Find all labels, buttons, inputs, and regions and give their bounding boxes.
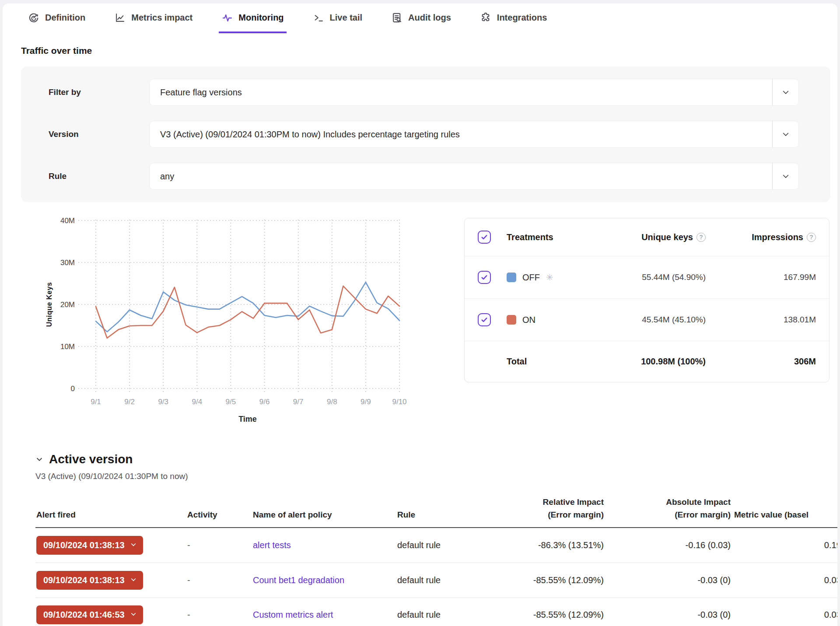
- svg-text:40M: 40M: [60, 217, 75, 225]
- column-header-4: Relative Impact (Error margin): [495, 496, 606, 527]
- alerts-table: Alert firedActivityName of alert policyR…: [35, 496, 837, 626]
- tab-audit-logs[interactable]: Audit logs: [388, 3, 454, 33]
- column-header-2: Name of alert policy: [252, 509, 396, 528]
- tab-label: Monitoring: [238, 13, 284, 23]
- alert-rule: default rule: [396, 610, 495, 620]
- active-version-subtitle: V3 (Active) (09/10/2024 01:30PM to now): [35, 472, 837, 481]
- alert-absolute-impact: -0.16 (0.03): [606, 540, 733, 550]
- alert-fired-timestamp: 09/10/2024 01:38:13: [43, 575, 125, 585]
- rule-select[interactable]: any: [149, 163, 799, 190]
- impressions-help-icon[interactable]: ?: [807, 233, 816, 242]
- treatments-total-row: Total 100.98M (100%) 306M: [465, 341, 829, 382]
- audit-logs-icon: [391, 12, 403, 24]
- alert-fired-timestamp: 09/10/2024 01:46:53: [43, 610, 125, 620]
- alert-activity: -: [186, 540, 252, 550]
- total-unique-keys: 100.98M (100%): [574, 357, 706, 367]
- alert-fired-button[interactable]: 09/10/2024 01:46:53: [36, 605, 143, 624]
- treatments-header: Treatments Unique keys ? Impressions ?: [465, 218, 829, 256]
- tab-definition[interactable]: Definition: [25, 3, 88, 33]
- column-header-3: Rule: [396, 509, 495, 528]
- chevron-down-icon: [772, 79, 798, 105]
- alert-fired-button[interactable]: 09/10/2024 01:38:13: [36, 536, 143, 555]
- svg-text:9/5: 9/5: [226, 398, 236, 406]
- unique-keys-column-label: Unique keys: [641, 232, 693, 242]
- alert-policy-link[interactable]: Custom metrics alert: [253, 610, 333, 619]
- monitoring-icon: [221, 12, 233, 24]
- filter-row-version: VersionV3 (Active) (09/01/2024 01:30PM t…: [49, 121, 799, 148]
- alert-metric-value: 0.03 (: [733, 610, 837, 620]
- main-card: DefinitionMetrics impactMonitoringLive t…: [3, 3, 837, 626]
- alert-absolute-impact: -0.03 (0): [606, 575, 733, 585]
- treatment-row-on: ON45.54M (45.10%)138.01M: [465, 298, 829, 341]
- svg-text:9/10: 9/10: [392, 398, 406, 406]
- alert-metric-value: 0.03 (: [733, 575, 837, 585]
- definition-icon: [28, 12, 40, 24]
- alert-relative-impact: -85.55% (12.09%): [495, 610, 606, 620]
- collapse-chevron-icon[interactable]: [35, 455, 43, 463]
- svg-text:Time: Time: [238, 415, 257, 423]
- column-header-0: Alert fired: [35, 509, 186, 528]
- svg-text:9/8: 9/8: [327, 398, 337, 406]
- treatment-name: ON: [522, 315, 536, 325]
- alert-activity: -: [186, 610, 252, 620]
- alert-activity: -: [186, 575, 252, 585]
- svg-text:10M: 10M: [60, 343, 75, 351]
- alert-row: 09/10/2024 01:38:13-Count bet1 degradati…: [35, 563, 837, 598]
- active-version-section: Active version V3 (Active) (09/10/2024 0…: [35, 452, 837, 481]
- traffic-chart: 010M20M30M40M9/19/29/39/49/59/69/79/89/9…: [44, 214, 464, 430]
- alert-row: 09/10/2024 01:46:53-Custom metrics alert…: [35, 598, 837, 626]
- series-color-swatch: [507, 273, 516, 282]
- svg-text:Unique Keys: Unique Keys: [46, 282, 53, 327]
- integrations-icon: [480, 12, 492, 24]
- filter-row-filter-by: Filter byFeature flag versions: [49, 79, 799, 106]
- treatment-name: OFF: [522, 273, 540, 283]
- svg-text:9/2: 9/2: [124, 398, 135, 406]
- tab-label: Audit logs: [408, 13, 451, 23]
- chevron-down-icon: [130, 540, 137, 550]
- svg-text:9/6: 9/6: [259, 398, 270, 406]
- alert-fired-button[interactable]: 09/10/2024 01:38:13: [36, 571, 143, 590]
- chevron-down-icon: [130, 610, 137, 620]
- alert-row: 09/10/2024 01:38:13-alert testsdefault r…: [35, 528, 837, 563]
- treatments-select-all-checkbox[interactable]: [478, 231, 491, 244]
- treatments-panel: Treatments Unique keys ? Impressions ? O…: [464, 218, 830, 382]
- tab-metrics-impact[interactable]: Metrics impact: [112, 3, 195, 33]
- svg-text:9/9: 9/9: [360, 398, 371, 406]
- alert-policy-link[interactable]: Count bet1 degradation: [253, 575, 344, 585]
- alert-rule: default rule: [396, 540, 495, 550]
- active-version-title: Active version: [49, 452, 133, 466]
- tab-bar: DefinitionMetrics impactMonitoringLive t…: [3, 3, 837, 33]
- tab-monitoring[interactable]: Monitoring: [219, 3, 286, 33]
- tab-live-tail[interactable]: Live tail: [310, 3, 365, 33]
- version-select[interactable]: V3 (Active) (09/01/2024 01:30PM to now) …: [149, 121, 799, 148]
- filter-label: Filter by: [49, 87, 149, 97]
- svg-text:9/4: 9/4: [192, 398, 203, 406]
- svg-text:9/1: 9/1: [91, 398, 101, 406]
- svg-text:0: 0: [71, 385, 75, 393]
- treatment-checkbox[interactable]: [478, 271, 491, 284]
- live-tail-icon: [313, 12, 325, 24]
- tab-integrations[interactable]: Integrations: [477, 3, 550, 33]
- alert-absolute-impact: -0.03 (0): [606, 610, 733, 620]
- page-title: Traffic over time: [21, 45, 837, 56]
- filter-label: Rule: [49, 171, 149, 181]
- tab-label: Integrations: [497, 13, 547, 23]
- alert-relative-impact: -85.55% (12.09%): [495, 575, 606, 585]
- select-value: any: [160, 171, 174, 182]
- treatment-row-off: OFF✳55.44M (54.90%)167.99M: [465, 256, 829, 298]
- unique-keys-help-icon[interactable]: ?: [696, 233, 706, 242]
- treatment-unique-keys: 55.44M (54.90%): [574, 273, 706, 282]
- chevron-down-icon: [130, 575, 137, 585]
- column-header-6: Metric value (basel: [733, 509, 837, 528]
- column-header-1: Activity: [186, 509, 252, 528]
- filter-panel: Filter byFeature flag versionsVersionV3 …: [21, 66, 830, 202]
- select-value: Feature flag versions: [160, 87, 242, 98]
- metrics-impact-icon: [114, 12, 126, 24]
- treatments-column-label: Treatments: [507, 232, 574, 242]
- filter-by-select[interactable]: Feature flag versions: [149, 79, 799, 106]
- total-label: Total: [507, 357, 574, 367]
- alert-fired-timestamp: 09/10/2024 01:38:13: [43, 540, 125, 550]
- treatment-impressions: 138.01M: [706, 315, 816, 325]
- treatment-checkbox[interactable]: [478, 313, 491, 326]
- alert-policy-link[interactable]: alert tests: [253, 540, 291, 550]
